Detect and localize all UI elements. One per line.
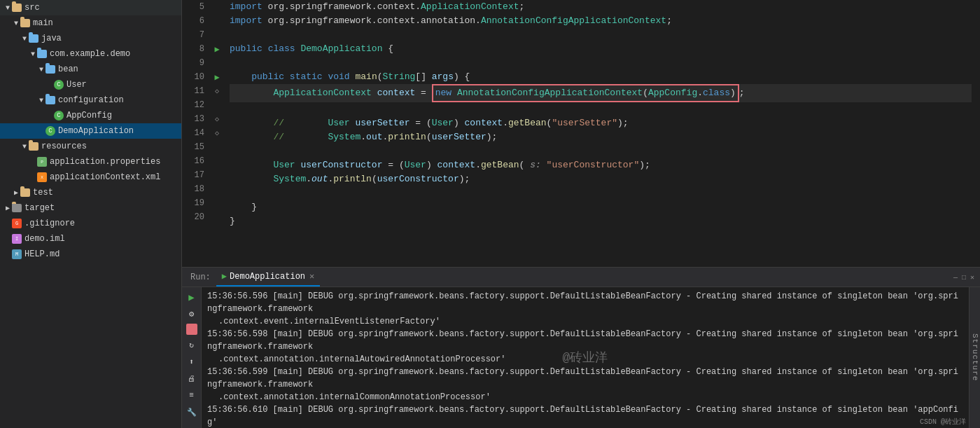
java-icon: C	[53, 79, 64, 90]
run-gutter-10[interactable]: ▶	[210, 70, 224, 84]
sidebar-item-label: test	[33, 188, 53, 198]
filter-button[interactable]: ≡	[185, 388, 199, 402]
settings-button[interactable]: ⚙	[185, 307, 199, 321]
folder-icon	[28, 141, 39, 152]
run-tab-demoapplication[interactable]: ▶ DemoApplication ✕	[216, 268, 321, 287]
sidebar-item-demoliml[interactable]: ▼ I demo.iml	[0, 231, 181, 247]
main-area: ▼ src ▼ main ▼ java ▼ com.example.demo ▼…	[0, 0, 980, 428]
scroll-gutter	[972, 0, 980, 267]
sidebar-item-gitignore[interactable]: ▼ G .gitignore	[0, 216, 181, 231]
code-line-19: }	[230, 200, 972, 214]
code-line-14: // System.out.println(userSetter);	[230, 130, 972, 144]
code-line-20: }	[230, 214, 972, 228]
close-tab-icon[interactable]: ✕	[309, 271, 314, 282]
sidebar-item-configuration[interactable]: ▼ configuration	[0, 92, 181, 108]
structure-tab[interactable]: Structure	[969, 287, 980, 428]
props-icon: P	[36, 156, 48, 167]
console-line-2b: .context.annotation.internalAutowiredAnn…	[207, 353, 963, 366]
java-icon: C	[53, 110, 64, 121]
sidebar-item-label: configuration	[58, 95, 124, 105]
code-editor[interactable]: 5 6 7 8 9 10 11 12 13 14 15 16 17 18 19 …	[182, 0, 980, 267]
code-line-17: System.out.println(userConstructor);	[230, 172, 972, 186]
sidebar-item-label: java	[41, 34, 62, 43]
wrench-button[interactable]: 🔧	[185, 405, 199, 419]
sidebar-item-demoapplication[interactable]: ▼ C DemoApplication	[0, 123, 181, 139]
bookmark-14: ◇	[210, 126, 224, 140]
play-button[interactable]: ▶	[185, 290, 199, 304]
code-line-18	[230, 186, 972, 200]
sidebar-item-bean[interactable]: ▼ bean	[0, 62, 181, 77]
chevron-down-icon: ▼	[39, 97, 43, 104]
chevron-down-icon: ▼	[31, 50, 35, 58]
chevron-down-icon: ▼	[22, 143, 27, 151]
console-line-1b: .context.event.internalEventListenerFact…	[207, 315, 963, 328]
code-line-5: import org.springframework.context.Appli…	[230, 0, 972, 14]
code-lines: import org.springframework.context.Appli…	[224, 0, 972, 267]
sidebar-item-label: resources	[41, 141, 87, 151]
sidebar-item-label: User	[66, 80, 87, 90]
console-line-1: 15:36:56.596 [main] DEBUG org.springfram…	[207, 290, 963, 315]
file-tree: ▼ src ▼ main ▼ java ▼ com.example.demo ▼…	[0, 0, 182, 428]
bottom-panel: Run: ▶ DemoApplication ✕ — □ ✕ ▶ ⚙ ↻ ⬆	[182, 267, 980, 428]
sidebar-item-appprops[interactable]: ▼ P application.properties	[0, 154, 181, 170]
sidebar-item-label: target	[24, 203, 55, 213]
code-line-16: User userConstructor = (User) context.ge…	[230, 158, 972, 172]
run-sidebar: ▶ ⚙ ↻ ⬆ 🖨 ≡ 🔧	[182, 287, 202, 428]
sidebar-item-com-example-demo[interactable]: ▼ com.example.demo	[0, 46, 181, 62]
chevron-right-icon: ▶	[6, 204, 10, 212]
java-icon: C	[45, 125, 56, 137]
console-line-3: 15:36:56.599 [main] DEBUG org.springfram…	[207, 366, 963, 391]
run-label: Run:	[185, 270, 216, 285]
code-line-15	[230, 144, 972, 158]
sidebar-item-java[interactable]: ▼ java	[0, 31, 181, 46]
sidebar-item-user[interactable]: ▼ C User	[0, 77, 181, 92]
code-line-8: public class DemoApplication {	[230, 42, 972, 56]
code-line-10: public static void main(String[] args) {	[230, 70, 972, 84]
folder-icon	[11, 2, 22, 13]
folder-icon	[36, 48, 48, 60]
editor-area: 5 6 7 8 9 10 11 12 13 14 15 16 17 18 19 …	[182, 0, 980, 428]
folder-icon	[45, 64, 56, 75]
sidebar-item-resources[interactable]: ▼ resources	[0, 139, 181, 154]
bookmark-11: ◇	[210, 84, 224, 98]
scroll-top-button[interactable]: ⬆	[185, 354, 199, 368]
console-wrapper: @砖业洋 15:36:56.596 [main] DEBUG org.sprin…	[202, 287, 969, 428]
sidebar-item-src[interactable]: ▼ src	[0, 0, 181, 15]
sidebar-item-label: bean	[58, 64, 78, 74]
run-gutter-8[interactable]: ▶	[210, 42, 224, 56]
run-tab-icon: ▶	[222, 271, 227, 282]
panel-controls: — □ ✕	[953, 273, 977, 282]
sidebar-item-label: main	[33, 18, 53, 28]
console-output: @砖业洋 15:36:56.596 [main] DEBUG org.sprin…	[202, 287, 969, 428]
sidebar-item-helpmd[interactable]: ▼ M HELP.md	[0, 247, 181, 262]
sidebar-item-label: DemoApplication	[58, 126, 134, 136]
sidebar-item-target[interactable]: ▶ target	[0, 200, 181, 216]
chevron-down-icon: ▼	[6, 4, 10, 12]
sidebar-item-test[interactable]: ▶ test	[0, 185, 181, 200]
rerun-button[interactable]: ↻	[185, 338, 199, 352]
sidebar-item-label: AppConfig	[66, 111, 112, 120]
sidebar-item-appcontext[interactable]: ▼ X applicationContext.xml	[0, 170, 181, 185]
run-gutter: ▶ ▶ ◇ ◇ ◇	[210, 0, 224, 267]
sidebar-item-appconfig[interactable]: ▼ C AppConfig	[0, 108, 181, 123]
code-line-6: import org.springframework.context.annot…	[230, 14, 972, 28]
stop-button[interactable]	[186, 324, 197, 335]
line-numbers: 5 6 7 8 9 10 11 12 13 14 15 16 17 18 19 …	[182, 0, 210, 267]
run-tab-label: DemoApplication	[230, 272, 305, 282]
run-tabs-bar: Run: ▶ DemoApplication ✕ — □ ✕	[182, 268, 980, 287]
iml-icon: I	[11, 233, 22, 244]
folder-icon	[28, 33, 39, 44]
code-line-11: ApplicationContext context = new Annotat…	[230, 84, 972, 102]
code-line-7	[230, 28, 972, 42]
chevron-right-icon: ▶	[14, 188, 18, 197]
run-content: ▶ ⚙ ↻ ⬆ 🖨 ≡ 🔧 @砖业洋 15:36:56.596 [main] D…	[182, 287, 980, 428]
code-line-9	[230, 56, 972, 70]
folder-icon	[20, 187, 31, 198]
sidebar-item-label: application.properties	[50, 157, 160, 167]
console-line-3b: .context.annotation.internalCommonAnnota…	[207, 391, 963, 403]
sidebar-item-main[interactable]: ▼ main	[0, 15, 181, 31]
print-button[interactable]: 🖨	[185, 371, 199, 385]
sidebar-item-label: applicationContext.xml	[50, 172, 160, 182]
console-line-2: 15:36:56.598 [main] DEBUG org.springfram…	[207, 328, 963, 353]
code-line-12	[230, 102, 972, 116]
